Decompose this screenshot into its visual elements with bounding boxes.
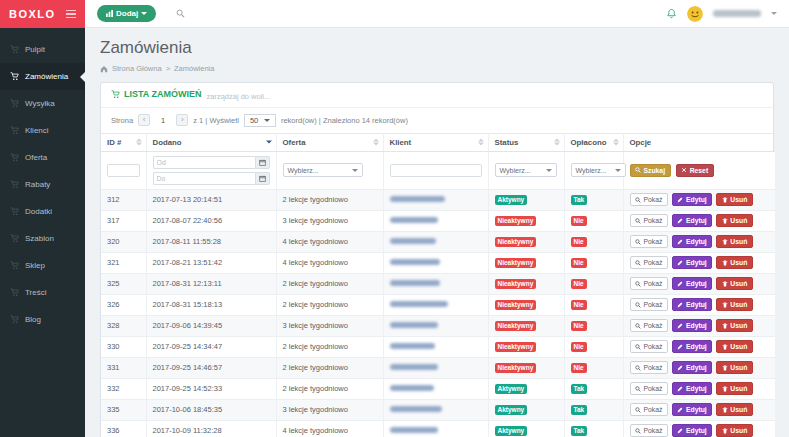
client-name-redacted[interactable] <box>390 385 434 392</box>
client-name-redacted[interactable] <box>390 259 440 266</box>
id-filter-input[interactable] <box>107 164 140 177</box>
show-button[interactable]: Pokaż <box>630 256 668 269</box>
table-row: 320 2017-08-11 11:55:28 4 lekcje tygodni… <box>101 231 775 252</box>
client-name-redacted[interactable] <box>390 322 438 329</box>
sidebar-item-blog[interactable]: Blog <box>0 306 85 333</box>
sort-desc-icon[interactable] <box>266 141 272 144</box>
add-button[interactable]: Dodaj <box>97 5 156 22</box>
sidebar-item-tresci[interactable]: Treści <box>0 279 85 306</box>
search-icon[interactable] <box>176 9 185 18</box>
paid-filter-select[interactable]: Wybierz... <box>571 163 626 177</box>
show-button[interactable]: Pokaż <box>630 319 668 332</box>
delete-button[interactable]: Usuń <box>716 235 753 248</box>
sidebar-item-wysyka[interactable]: Wysyłka <box>0 90 85 117</box>
delete-button[interactable]: Usuń <box>716 361 753 374</box>
column-header-klient[interactable]: Klient <box>383 133 488 151</box>
cell-status: Nieaktywny <box>488 252 564 273</box>
column-header-oferta[interactable]: Oferta <box>276 133 383 151</box>
top-navbar: Dodaj <box>85 0 789 28</box>
sidebar-item-rabaty[interactable]: Rabaty <box>0 171 85 198</box>
show-button[interactable]: Pokaż <box>630 403 668 416</box>
client-name-redacted[interactable] <box>390 364 438 371</box>
edit-button[interactable]: Edytuj <box>672 214 712 227</box>
show-button[interactable]: Pokaż <box>630 361 668 374</box>
sidebar-item-szablon[interactable]: Szablon <box>0 225 85 252</box>
sort-icon[interactable] <box>613 139 619 146</box>
show-button[interactable]: Pokaż <box>630 340 668 353</box>
delete-button[interactable]: Usuń <box>716 382 753 395</box>
next-page-button[interactable]: › <box>176 114 188 126</box>
sort-icon[interactable] <box>478 139 484 146</box>
edit-button[interactable]: Edytuj <box>672 235 712 248</box>
edit-button[interactable]: Edytuj <box>672 298 712 311</box>
calendar-icon[interactable] <box>255 172 270 185</box>
delete-button[interactable]: Usuń <box>716 193 753 206</box>
client-name-redacted[interactable] <box>390 196 445 203</box>
sidebar-item-dodatki[interactable]: Dodatki <box>0 198 85 225</box>
user-name-redacted[interactable] <box>713 10 761 17</box>
delete-button[interactable]: Usuń <box>716 403 753 416</box>
breadcrumb-home-link[interactable]: Strona Główna <box>112 64 162 73</box>
edit-button[interactable]: Edytuj <box>672 340 712 353</box>
edit-button[interactable]: Edytuj <box>672 361 712 374</box>
hamburger-menu-icon[interactable] <box>66 10 76 19</box>
client-name-redacted[interactable] <box>390 406 442 413</box>
brand-logo[interactable]: BOXLO <box>0 0 85 28</box>
edit-button[interactable]: Edytuj <box>672 193 712 206</box>
offer-filter-select[interactable]: Wybierz... <box>283 163 363 177</box>
chevron-down-icon[interactable] <box>771 12 777 15</box>
sidebar-item-pulpit[interactable]: Pulpit <box>0 36 85 63</box>
client-filter-input[interactable] <box>390 164 482 177</box>
column-header-oplacono[interactable]: Opłacono <box>564 133 623 151</box>
client-name-redacted[interactable] <box>390 343 435 350</box>
show-button[interactable]: Pokaż <box>630 277 668 290</box>
sidebar-item-klienci[interactable]: Klienci <box>0 117 85 144</box>
show-button[interactable]: Pokaż <box>630 235 668 248</box>
date-to-input[interactable] <box>153 172 255 185</box>
delete-button[interactable]: Usuń <box>716 340 753 353</box>
prev-page-button[interactable]: ‹ <box>138 114 150 126</box>
column-header-status[interactable]: Status <box>488 133 564 151</box>
edit-button[interactable]: Edytuj <box>672 319 712 332</box>
delete-button[interactable]: Usuń <box>716 319 753 332</box>
calendar-icon[interactable] <box>255 156 270 169</box>
sidebar-item-oferta[interactable]: Oferta <box>0 144 85 171</box>
sidebar-item-sklep[interactable]: Sklep <box>0 252 85 279</box>
column-header-dodano[interactable]: Dodano <box>146 133 276 151</box>
delete-button[interactable]: Usuń <box>716 214 753 227</box>
chevron-down-icon <box>141 12 147 15</box>
client-name-redacted[interactable] <box>390 280 440 287</box>
delete-button[interactable]: Usuń <box>716 277 753 290</box>
status-badge: Aktywny <box>495 405 528 415</box>
edit-button[interactable]: Edytuj <box>672 382 712 395</box>
notifications-bell-icon[interactable] <box>666 8 677 19</box>
show-button[interactable]: Pokaż <box>630 424 668 437</box>
show-button[interactable]: Pokaż <box>630 298 668 311</box>
edit-button[interactable]: Edytuj <box>672 256 712 269</box>
edit-button[interactable]: Edytuj <box>672 277 712 290</box>
client-name-redacted[interactable] <box>390 238 436 245</box>
sort-icon[interactable] <box>554 139 560 146</box>
date-from-input[interactable] <box>153 156 255 169</box>
show-button[interactable]: Pokaż <box>630 214 668 227</box>
table-row: 312 2017-07-13 20:14:51 2 lekcje tygodni… <box>101 189 775 210</box>
delete-button[interactable]: Usuń <box>716 298 753 311</box>
delete-button[interactable]: Usuń <box>716 256 753 269</box>
reset-button[interactable]: Reset <box>676 164 714 177</box>
status-filter-select[interactable]: Wybierz... <box>495 163 557 177</box>
client-name-redacted[interactable] <box>390 301 448 308</box>
show-button[interactable]: Pokaż <box>630 382 668 395</box>
search-button[interactable]: Szukaj <box>630 164 671 177</box>
client-name-redacted[interactable] <box>390 217 438 224</box>
user-avatar[interactable] <box>687 6 703 22</box>
edit-button[interactable]: Edytuj <box>672 403 712 416</box>
page-size-select[interactable]: 50 <box>244 114 276 127</box>
edit-button[interactable]: Edytuj <box>672 424 712 437</box>
sidebar-item-zamowienia[interactable]: Zamówienia <box>0 63 85 90</box>
show-button[interactable]: Pokaż <box>630 193 668 206</box>
delete-button[interactable]: Usuń <box>716 424 753 437</box>
sort-icon[interactable] <box>136 139 142 146</box>
sort-icon[interactable] <box>373 139 379 146</box>
column-header-id[interactable]: ID # <box>101 133 146 151</box>
client-name-redacted[interactable] <box>390 427 438 434</box>
